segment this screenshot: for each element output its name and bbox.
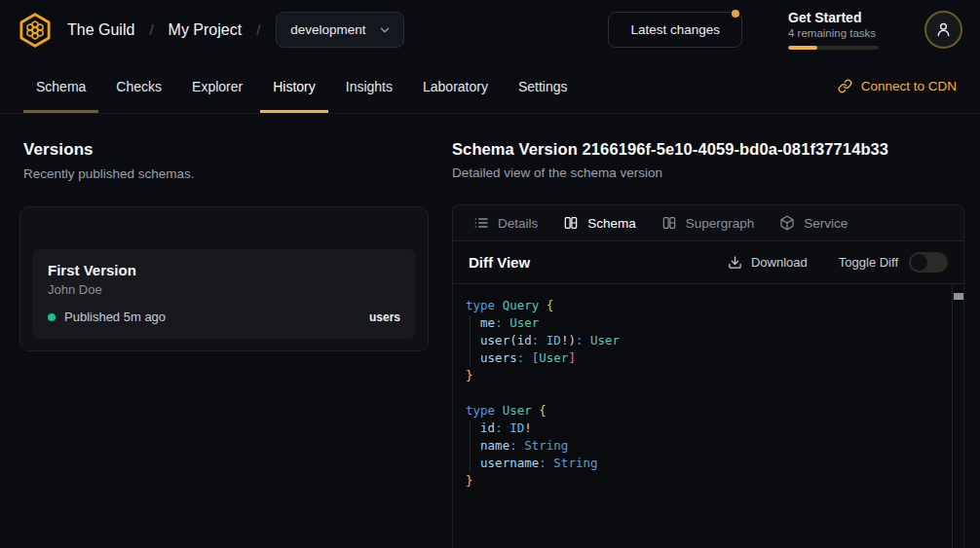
code-scrollbar-track xyxy=(952,284,963,548)
nav-tab-label: Insights xyxy=(346,79,393,94)
get-started-subtitle: 4 remaining tasks xyxy=(788,27,879,39)
nav-tab-explorer[interactable]: Explorer xyxy=(179,59,255,113)
diff-view-toolbar: Diff View Download Toggle Diff xyxy=(453,241,963,284)
nav-tab-label: Checks xyxy=(116,79,162,94)
schema-code-viewer: type Query { me: User user(id: ID!): Use… xyxy=(453,284,963,548)
version-detail-subtitle: Detailed view of the schema version xyxy=(452,165,964,180)
get-started-title: Get Started xyxy=(788,10,879,25)
schema-view-tab-label: Service xyxy=(804,216,848,231)
nav-tab-label: Laboratory xyxy=(423,79,488,94)
chevron-down-icon xyxy=(378,23,392,37)
breadcrumb-project[interactable]: My Project xyxy=(169,21,243,39)
version-list-item[interactable]: First Version John Doe Published 5m ago … xyxy=(32,249,416,339)
indent-guide xyxy=(470,420,471,472)
version-status-text: Published 5m ago xyxy=(64,310,166,324)
diff-actions: Download Toggle Diff xyxy=(728,252,948,273)
version-author: John Doe xyxy=(48,282,400,297)
version-detail-panel: Schema Version 2166196f-5e10-4059-bd0a-0… xyxy=(452,114,964,548)
hive-hexagon-icon xyxy=(16,11,55,50)
nav-tab-schema[interactable]: Schema xyxy=(23,59,98,113)
connect-to-cdn-label: Connect to CDN xyxy=(861,79,957,93)
versions-title: Versions xyxy=(23,140,429,160)
toggle-diff-label: Toggle Diff xyxy=(839,255,898,270)
list-icon xyxy=(473,215,489,231)
page: The Guild / My Project / development Lat… xyxy=(0,0,980,548)
toggle-diff-switch[interactable] xyxy=(909,252,948,273)
nav-tab-checks[interactable]: Checks xyxy=(103,59,174,113)
versions-panel: Versions Recently published schemas. Fir… xyxy=(19,114,429,548)
service-name-badge: users xyxy=(369,311,400,324)
schema-view-tab-service[interactable]: Service xyxy=(767,205,860,240)
get-started-widget[interactable]: Get Started 4 remaining tasks xyxy=(788,10,879,50)
switch-knob xyxy=(911,254,927,271)
breadcrumb-separator: / xyxy=(256,21,260,38)
nav-tab-label: Settings xyxy=(518,79,568,94)
schema-view-tab-label: Details xyxy=(498,216,538,231)
download-button[interactable]: Download xyxy=(728,255,808,270)
download-icon xyxy=(728,255,742,270)
nav-tab-insights[interactable]: Insights xyxy=(333,59,405,113)
latest-changes-label: Latest changes xyxy=(630,22,720,37)
indent-guide xyxy=(470,315,471,367)
code-lines: type Query { me: User user(id: ID!): Use… xyxy=(466,297,940,490)
user-avatar[interactable] xyxy=(924,11,962,49)
schema-view-card: Details Schema Supergraph Service Diff V… xyxy=(452,204,964,548)
schema-view-tab-label: Supergraph xyxy=(686,216,755,231)
nav-tab-laboratory[interactable]: Laboratory xyxy=(410,59,501,113)
cube-icon xyxy=(779,215,795,231)
notification-dot xyxy=(732,10,739,18)
code-scrollbar-thumb[interactable] xyxy=(954,293,963,300)
schema-view-tab-details[interactable]: Details xyxy=(461,205,550,240)
columns-icon xyxy=(563,215,579,231)
versions-subtitle: Recently published schemas. xyxy=(23,166,429,181)
environment-select-value: development xyxy=(290,22,365,37)
breadcrumb-separator: / xyxy=(149,21,153,38)
version-detail-title: Schema Version 2166196f-5e10-4059-bd0a-0… xyxy=(452,140,964,159)
breadcrumb: The Guild / My Project / xyxy=(67,21,260,39)
nav-tab-settings[interactable]: Settings xyxy=(506,59,581,113)
nav-tab-label: Explorer xyxy=(192,79,243,94)
schema-view-tab-label: Schema xyxy=(587,216,636,231)
hive-logo[interactable] xyxy=(16,11,55,50)
version-status-row: Published 5m ago users xyxy=(48,310,400,324)
schema-view-tab-supergraph[interactable]: Supergraph xyxy=(649,205,768,240)
get-started-progressbar xyxy=(788,46,879,50)
published-status-dot xyxy=(48,313,56,321)
schema-view-tab-schema[interactable]: Schema xyxy=(550,205,649,240)
schema-view-tabs: Details Schema Supergraph Service xyxy=(453,205,963,241)
diff-view-title: Diff View xyxy=(469,254,530,271)
columns-icon xyxy=(661,215,677,231)
versions-list-card: First Version John Doe Published 5m ago … xyxy=(19,206,429,351)
main-content: Versions Recently published schemas. Fir… xyxy=(0,114,980,548)
progress-fill xyxy=(788,46,817,50)
download-label: Download xyxy=(751,255,808,270)
nav-tab-history[interactable]: History xyxy=(260,59,328,113)
link-chain-icon xyxy=(838,79,852,93)
environment-select[interactable]: development xyxy=(276,12,403,48)
version-name: First Version xyxy=(48,262,400,278)
nav-tabs: SchemaChecksExplorerHistoryInsightsLabor… xyxy=(23,59,585,113)
connect-to-cdn-link[interactable]: Connect to CDN xyxy=(838,59,957,113)
nav-tab-label: Schema xyxy=(36,79,86,94)
top-header: The Guild / My Project / development Lat… xyxy=(0,0,980,59)
nav-tab-label: History xyxy=(273,79,316,94)
primary-nav: SchemaChecksExplorerHistoryInsightsLabor… xyxy=(0,59,980,114)
person-icon xyxy=(934,20,953,39)
breadcrumb-org[interactable]: The Guild xyxy=(67,21,134,39)
latest-changes-button[interactable]: Latest changes xyxy=(608,12,742,48)
